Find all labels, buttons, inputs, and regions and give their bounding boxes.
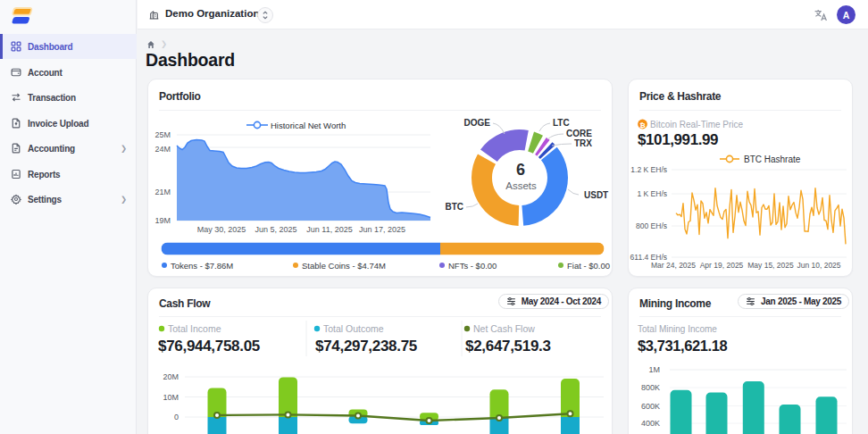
svg-text:1.2 K EH/s: 1.2 K EH/s — [630, 165, 667, 174]
svg-text:Historical Net Worth: Historical Net Worth — [271, 121, 346, 130]
svg-text:NFTs - $0.00: NFTs - $0.00 — [448, 261, 497, 271]
svg-text:BTC Hashrate: BTC Hashrate — [744, 154, 801, 164]
svg-text:$101,991.99: $101,991.99 — [638, 131, 718, 148]
svg-text:400K: 400K — [641, 419, 660, 428]
svg-text:Assets: Assets — [505, 180, 537, 191]
svg-text:Bitcoin Real-Time Price: Bitcoin Real-Time Price — [650, 120, 744, 129]
svg-text:600K: 600K — [641, 402, 660, 411]
svg-text:May 30, 2025: May 30, 2025 — [197, 225, 246, 234]
svg-text:Tokens - $7.86M: Tokens - $7.86M — [171, 261, 233, 271]
svg-text:Total Outcome: Total Outcome — [323, 323, 384, 334]
svg-text:0: 0 — [174, 413, 179, 421]
svg-text:BTC: BTC — [445, 202, 463, 212]
svg-text:800 EH/s: 800 EH/s — [636, 221, 667, 230]
svg-text:USDT: USDT — [584, 190, 608, 200]
svg-text:Jun 5, 2025: Jun 5, 2025 — [255, 225, 296, 234]
svg-text:LTC: LTC — [553, 118, 570, 128]
svg-text:6: 6 — [516, 161, 525, 179]
svg-text:Net Cash Flow: Net Cash Flow — [473, 323, 535, 334]
svg-text:$76,944,758.05: $76,944,758.05 — [158, 338, 260, 355]
svg-text:1 K EH/s: 1 K EH/s — [637, 189, 667, 198]
svg-text:Total Mining Income: Total Mining Income — [638, 324, 717, 334]
svg-text:Fiat - $0.00: Fiat - $0.00 — [567, 261, 610, 271]
svg-text:₿: ₿ — [639, 121, 646, 129]
svg-text:Jun 10, 2025: Jun 10, 2025 — [797, 261, 840, 270]
svg-text:Apr 19, 2025: Apr 19, 2025 — [700, 261, 744, 270]
svg-text:Mar 24, 2025: Mar 24, 2025 — [651, 261, 696, 270]
svg-text:Total Income: Total Income — [168, 323, 221, 334]
svg-text:800K: 800K — [641, 383, 660, 392]
svg-text:Stable Coins - $4.74M: Stable Coins - $4.74M — [302, 261, 386, 271]
svg-text:20M: 20M — [163, 372, 179, 381]
svg-text:19M: 19M — [154, 216, 171, 225]
svg-text:$74,297,238.75: $74,297,238.75 — [315, 338, 417, 355]
svg-text:$2,647,519.3: $2,647,519.3 — [465, 338, 551, 355]
svg-text:$3,731,621.18: $3,731,621.18 — [638, 338, 728, 354]
svg-text:25M: 25M — [154, 130, 171, 139]
svg-text:TRX: TRX — [574, 138, 592, 148]
svg-text:24M: 24M — [154, 145, 171, 154]
svg-text:21M: 21M — [154, 188, 171, 196]
svg-text:10M: 10M — [163, 393, 179, 402]
svg-text:DOGE: DOGE — [464, 118, 491, 128]
svg-text:Jun 17, 2025: Jun 17, 2025 — [359, 225, 405, 234]
svg-text:May 15, 2025: May 15, 2025 — [747, 261, 794, 270]
svg-text:Jun 11, 2025: Jun 11, 2025 — [306, 225, 352, 234]
svg-text:1M: 1M — [648, 365, 660, 374]
svg-text:CORE: CORE — [566, 129, 592, 138]
